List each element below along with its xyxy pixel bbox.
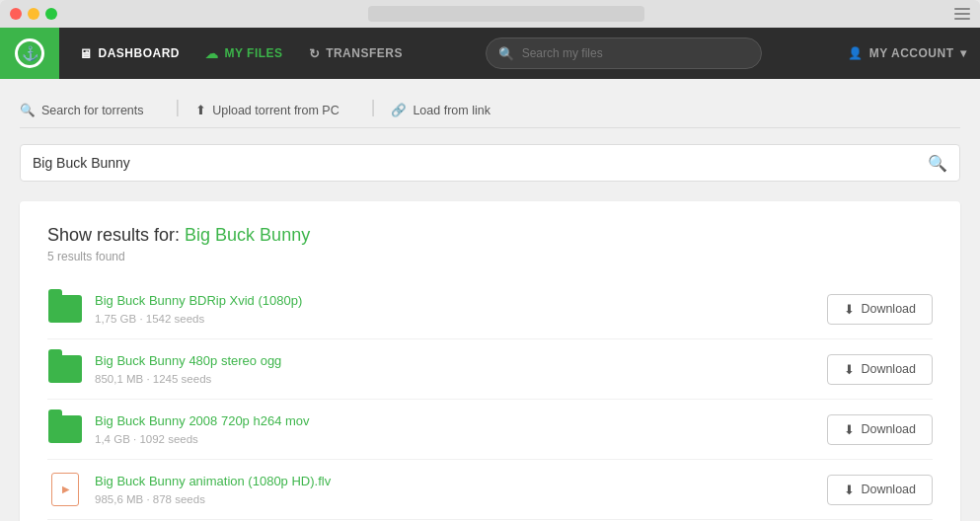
window-controls <box>10 8 57 20</box>
result-name[interactable]: Big Buck Bunny BDRip Xvid (1080p) <box>95 293 827 308</box>
result-name[interactable]: Big Buck Bunny 2008 720p h264 mov <box>95 413 827 428</box>
torrent-search-container: 🔍 <box>20 144 960 182</box>
result-icon <box>47 291 83 327</box>
download-icon: ⬇ <box>844 302 855 317</box>
url-bar-container <box>57 6 954 22</box>
torrent-search-input[interactable] <box>33 145 928 181</box>
main-content: 🔍 Search for torrents | ⬆ Upload torrent… <box>0 79 980 521</box>
result-meta: 1,4 GB · 1092 seeds <box>95 433 198 445</box>
download-label: Download <box>861 483 916 496</box>
nav-my-files-label: MY FILES <box>225 46 283 60</box>
download-label: Download <box>861 362 916 376</box>
tab-upload-torrent[interactable]: ⬆ Upload torrent from PC <box>195 95 355 127</box>
nav-account[interactable]: 👤 MY ACCOUNT ▾ <box>834 40 980 66</box>
nav-items: 🖥 DASHBOARD ☁ MY FILES ↻ TRANSFERS <box>69 40 413 67</box>
download-button[interactable]: ⬇ Download <box>827 475 933 505</box>
navbar: ⚓ 🖥 DASHBOARD ☁ MY FILES ↻ TRANSFERS 🔍 👤… <box>0 28 980 79</box>
nav-search-icon: 🔍 <box>498 46 514 61</box>
tab-load-label: Load from link <box>413 104 490 117</box>
close-dot[interactable] <box>10 8 22 20</box>
nav-my-files[interactable]: ☁ MY FILES <box>195 40 293 67</box>
folder-icon <box>48 415 82 443</box>
nav-account-label: MY ACCOUNT <box>869 46 954 60</box>
tab-upload-label: Upload torrent from PC <box>212 104 339 117</box>
maximize-dot[interactable] <box>45 8 57 20</box>
nav-transfers-label: TRANSFERS <box>326 46 403 60</box>
logo-icon: ⚓ <box>15 38 44 68</box>
result-meta: 1,75 GB · 1542 seeds <box>95 313 204 325</box>
result-item: Big Buck Bunny 2008 720p h264 mov 1,4 GB… <box>47 400 933 460</box>
account-icon: 👤 <box>848 46 864 60</box>
link-tab-icon: 🔗 <box>391 103 407 117</box>
result-info: Big Buck Bunny animation (1080p HD).flv … <box>95 474 827 506</box>
tab-bar: 🔍 Search for torrents | ⬆ Upload torrent… <box>20 95 960 128</box>
result-meta: 850,1 MB · 1245 seeds <box>95 373 211 385</box>
download-label: Download <box>861 302 916 316</box>
folder-icon <box>48 295 82 323</box>
result-info: Big Buck Bunny 480p stereo ogg 850,1 MB … <box>95 353 827 386</box>
result-icon <box>47 411 83 447</box>
result-info: Big Buck Bunny BDRip Xvid (1080p) 1,75 G… <box>95 293 827 326</box>
tab-load-link[interactable]: 🔗 Load from link <box>391 95 506 127</box>
download-icon: ⬇ <box>844 422 855 437</box>
menu-line <box>954 8 970 10</box>
results-card: Show results for: Big Buck Bunny 5 resul… <box>20 201 960 521</box>
upload-tab-icon: ⬆ <box>195 103 206 117</box>
tab-separator-1: | <box>176 98 181 125</box>
nav-dashboard[interactable]: 🖥 DASHBOARD <box>69 40 189 67</box>
download-button[interactable]: ⬇ Download <box>827 294 933 325</box>
result-item: Big Buck Bunny BDRip Xvid (1080p) 1,75 G… <box>47 279 933 339</box>
nav-logo[interactable]: ⚓ <box>0 28 59 79</box>
download-label: Download <box>861 422 916 436</box>
download-button[interactable]: ⬇ Download <box>827 414 933 445</box>
result-item: Big Buck Bunny 480p stereo ogg 850,1 MB … <box>47 339 933 400</box>
search-tab-icon: 🔍 <box>20 103 36 117</box>
nav-search-container: 🔍 <box>413 37 834 69</box>
results-title: Show results for: Big Buck Bunny <box>47 225 933 246</box>
results-list: Big Buck Bunny BDRip Xvid (1080p) 1,75 G… <box>47 279 933 521</box>
tab-separator-2: | <box>371 98 376 125</box>
result-icon <box>47 351 83 387</box>
result-name[interactable]: Big Buck Bunny animation (1080p HD).flv <box>95 474 827 488</box>
file-icon: ▶ <box>51 473 79 506</box>
result-item: ▶ Big Buck Bunny animation (1080p HD).fl… <box>47 460 933 520</box>
transfers-icon: ↻ <box>309 46 321 61</box>
result-info: Big Buck Bunny 2008 720p h264 mov 1,4 GB… <box>95 413 827 446</box>
menu-line <box>954 13 970 15</box>
result-meta: 985,6 MB · 878 seeds <box>95 493 205 505</box>
url-bar[interactable] <box>368 6 644 22</box>
tab-search-label: Search for torrents <box>41 104 144 117</box>
nav-search-input[interactable] <box>522 46 749 60</box>
results-query: Big Buck Bunny <box>185 225 310 245</box>
menu-line <box>954 18 970 20</box>
hamburger-menu[interactable] <box>954 8 970 20</box>
titlebar <box>0 0 980 28</box>
nav-transfers[interactable]: ↻ TRANSFERS <box>299 40 413 67</box>
result-icon: ▶ <box>47 472 83 507</box>
folder-icon <box>48 355 82 383</box>
chevron-down-icon: ▾ <box>960 46 967 60</box>
nav-search-bar[interactable]: 🔍 <box>486 37 762 69</box>
minimize-dot[interactable] <box>28 8 39 20</box>
dashboard-icon: 🖥 <box>79 46 93 61</box>
download-icon: ⬇ <box>844 362 855 377</box>
result-name[interactable]: Big Buck Bunny 480p stereo ogg <box>95 353 827 368</box>
nav-dashboard-label: DASHBOARD <box>99 46 181 60</box>
tab-search-torrents[interactable]: 🔍 Search for torrents <box>20 95 160 127</box>
download-button[interactable]: ⬇ Download <box>827 354 933 385</box>
cloud-icon: ☁ <box>205 46 219 61</box>
torrent-search-icon: 🔍 <box>928 154 947 173</box>
results-count: 5 results found <box>47 250 933 263</box>
results-prefix: Show results for: <box>47 225 180 245</box>
download-icon: ⬇ <box>844 483 855 497</box>
